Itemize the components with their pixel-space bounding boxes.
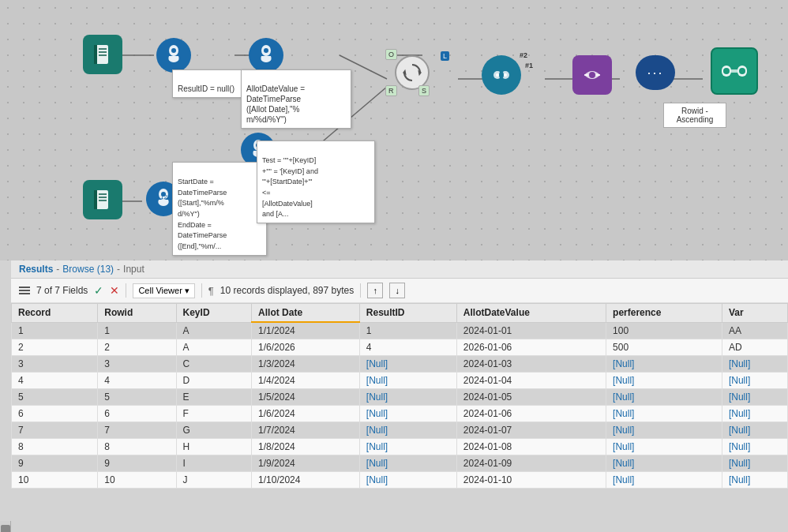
cell-allot-date: 1/6/2026 xyxy=(252,339,360,356)
cell-result-id: [Null] xyxy=(359,439,456,455)
svg-point-26 xyxy=(496,73,499,77)
formula-label-4: Test = '"'+[KeyID]+'"' = '[KeyID] and'"+… xyxy=(257,140,375,223)
cell-viewer-dropdown[interactable]: Cell Viewer ▾ xyxy=(133,283,194,298)
fields-label: 7 of 7 Fields xyxy=(36,285,88,296)
divider-2 xyxy=(201,283,202,298)
join-node[interactable] xyxy=(482,55,521,95)
svg-point-28 xyxy=(589,72,595,78)
cell-perference: [Null] xyxy=(606,455,722,472)
cell-allot-date-value: 2024-01-01 xyxy=(456,322,606,339)
svg-text:123: 123 xyxy=(160,193,171,200)
cell-perference: [Null] xyxy=(606,422,722,439)
book-node-1[interactable] xyxy=(83,35,122,74)
cell-perference: [Null] xyxy=(606,439,722,455)
workflow-canvas: ResultID = null() AllotDateValue =DateTi… xyxy=(0,0,788,260)
table-row: 55E1/5/2024[Null]2024-01-05[Null][Null] xyxy=(12,389,788,406)
sidebar-icon-1 xyxy=(1,525,10,532)
table-header-row: Record Rowid KeyID Allot Date ResultID A… xyxy=(12,304,788,323)
cell-allot-date: 1/5/2024 xyxy=(252,389,360,406)
cell-allot-date-value: 2026-01-06 xyxy=(456,339,606,356)
results-header: Results - Browse (13) - Input xyxy=(11,260,788,279)
data-table-container[interactable]: Record Rowid KeyID Allot Date ResultID A… xyxy=(11,303,788,489)
cell-record: 8 xyxy=(12,439,98,455)
cell-allot-date-value: 2024-01-08 xyxy=(456,439,606,455)
table-row: 77G1/7/2024[Null]2024-01-07[Null][Null] xyxy=(12,422,788,439)
cell-var: [Null] xyxy=(722,472,787,489)
cell-result-id: 4 xyxy=(359,339,456,356)
cell-result-id: [Null] xyxy=(359,373,456,389)
cell-record: 5 xyxy=(12,389,98,406)
cell-record: 1 xyxy=(12,322,98,339)
close-icon[interactable]: ✕ xyxy=(110,284,119,297)
sort-label: Rowid - Ascending xyxy=(663,103,726,128)
scroll-up-button[interactable]: ↑ xyxy=(367,283,383,298)
menu-icon[interactable] xyxy=(19,287,30,294)
cell-allot-date-value: 2024-01-10 xyxy=(456,472,606,489)
cell-result-id: [Null] xyxy=(359,389,456,406)
formula-label-2: AllotDateValue =DateTimeParse([Allot Dat… xyxy=(241,69,351,129)
cell-var: [Null] xyxy=(722,439,787,455)
check-icon[interactable]: ✓ xyxy=(94,284,103,297)
purple-node[interactable] xyxy=(572,55,612,95)
results-browse-label[interactable]: Browse (13) xyxy=(62,264,114,275)
left-sidebar xyxy=(0,521,11,532)
toolbar: 7 of 7 Fields ✓ ✕ Cell Viewer ▾ ¶ 10 rec… xyxy=(11,279,788,303)
book-node-2[interactable] xyxy=(83,180,122,219)
table-row: 11A1/1/202412024-01-01100AA xyxy=(12,322,788,339)
col-rowid[interactable]: Rowid xyxy=(98,304,176,323)
table-row: 88H1/8/2024[Null]2024-01-08[Null][Null] xyxy=(12,439,788,455)
cell-keyid: F xyxy=(176,406,252,422)
cell-keyid: D xyxy=(176,373,252,389)
cell-perference: [Null] xyxy=(606,389,722,406)
col-resultid[interactable]: ResultID xyxy=(359,304,456,323)
scroll-down-button[interactable]: ↓ xyxy=(389,283,405,298)
cell-rowid: 10 xyxy=(98,472,176,489)
cell-rowid: 6 xyxy=(98,406,176,422)
ellipsis-node[interactable]: ··· xyxy=(636,55,675,90)
cell-result-id: 1 xyxy=(359,322,456,339)
cell-record: 6 xyxy=(12,406,98,422)
cell-allot-date: 1/10/2024 xyxy=(252,472,360,489)
cell-result-id: [Null] xyxy=(359,472,456,489)
col-record[interactable]: Record xyxy=(12,304,98,323)
cell-var: [Null] xyxy=(722,406,787,422)
col-perference[interactable]: perference xyxy=(606,304,722,323)
cell-allot-date: 1/6/2024 xyxy=(252,406,360,422)
formula-node-2[interactable] xyxy=(249,38,283,73)
table-row: 66F1/6/2024[Null]2024-01-06[Null][Null] xyxy=(12,406,788,422)
svg-rect-33 xyxy=(731,69,737,73)
cell-keyid: A xyxy=(176,339,252,356)
table-row: 1010J1/10/2024[Null]2024-01-10[Null][Nul… xyxy=(12,472,788,489)
browse-node[interactable] xyxy=(711,47,758,95)
cell-keyid: C xyxy=(176,356,252,373)
col-allotdatevalue[interactable]: AllotDateValue xyxy=(456,304,606,323)
cell-var: [Null] xyxy=(722,389,787,406)
results-input: Input xyxy=(123,264,144,275)
table-row: 44D1/4/2024[Null]2024-01-04[Null][Null] xyxy=(12,373,788,389)
cell-rowid: 8 xyxy=(98,439,176,455)
cell-allot-date-value: 2024-01-06 xyxy=(456,406,606,422)
svg-point-20 xyxy=(264,48,268,53)
formula-node-1[interactable] xyxy=(156,38,191,73)
col-var[interactable]: Var xyxy=(722,304,787,323)
cell-allot-date-value: 2024-01-03 xyxy=(456,356,606,373)
cell-var: [Null] xyxy=(722,373,787,389)
cell-rowid: 2 xyxy=(98,339,176,356)
records-label: 10 records displayed, 897 bytes xyxy=(220,285,354,296)
results-separator: - xyxy=(117,264,120,275)
cell-record: 2 xyxy=(12,339,98,356)
cell-perference: [Null] xyxy=(606,472,722,489)
table-row: 33C1/3/2024[Null]2024-01-03[Null][Null] xyxy=(12,356,788,373)
col-keyid[interactable]: KeyID xyxy=(176,304,252,323)
cell-allot-date-value: 2024-01-09 xyxy=(456,455,606,472)
cell-record: 3 xyxy=(12,356,98,373)
table-body: 11A1/1/202412024-01-01100AA22A1/6/202642… xyxy=(12,322,788,489)
cell-result-id: [Null] xyxy=(359,356,456,373)
cell-var: [Null] xyxy=(722,356,787,373)
col-allotdate[interactable]: Allot Date xyxy=(252,304,360,323)
cell-perference: 500 xyxy=(606,339,722,356)
cell-perference: [Null] xyxy=(606,356,722,373)
table-row: 22A1/6/202642026-01-06500AD xyxy=(12,339,788,356)
cell-var: [Null] xyxy=(722,455,787,472)
svg-rect-37 xyxy=(94,190,97,209)
